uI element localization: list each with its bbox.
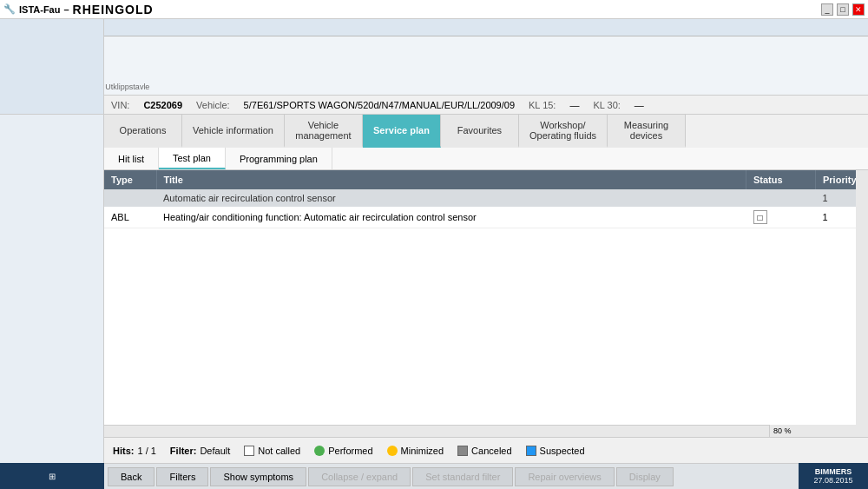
corner-line2: 27.08.2015	[813, 476, 852, 485]
action-bar: Back Filters Show symptoms Collapse / ex…	[104, 463, 868, 489]
corner-info: BIMMERS 27.08.2015	[799, 463, 868, 489]
kl30-label: KL 30:	[593, 100, 620, 110]
minimized-label: Minimized	[401, 446, 444, 456]
filter-value: Default	[200, 446, 230, 456]
clipboard-label: Utklippstavle	[105, 83, 149, 91]
kl15-label: KL 15:	[529, 100, 556, 110]
nav-tab-measuring[interactable]: Measuringdevices	[608, 115, 686, 148]
filter-info: Filter: Default	[170, 446, 230, 456]
vertical-scrollbar[interactable]	[856, 170, 868, 437]
sub-tab-test-plan[interactable]: Test plan	[159, 148, 226, 169]
ribbon-content: 📋 Lim inn ✂ Klipp ut ⧉ Kopier Velg Utkli…	[0, 36, 868, 96]
row-title: Heating/air conditioning function: Autom…	[156, 207, 746, 228]
row-status: □	[746, 207, 816, 228]
ribbon-tabs: Fil Hjem Vis	[0, 19, 868, 36]
restore-button[interactable]: □	[837, 3, 849, 16]
sidebar-nav	[0, 115, 103, 122]
hits-value: 1 / 1	[137, 446, 155, 456]
suspected-status: Suspected	[526, 446, 585, 456]
corner-line1: BIMMERS	[815, 467, 852, 476]
data-table: Type Title Status Priority Automatic air…	[104, 170, 868, 228]
title-bar-left: 🔧 ISTA-Fau – RHEINGOLD	[3, 3, 154, 17]
nav-tab-workshop[interactable]: Workshop/Operating fluids	[519, 115, 608, 148]
app-title: ISTA-Fau	[19, 4, 60, 15]
suspected-checkbox	[526, 446, 536, 456]
app-icon: 🔧	[3, 3, 16, 15]
nav-tab-favourites[interactable]: Favourites	[441, 115, 519, 148]
status-icon: □	[753, 210, 767, 224]
table-group-row: Automatic air recirculation control sens…	[104, 189, 868, 207]
filter-label: Filter:	[170, 446, 197, 456]
hits-label: Hits:	[113, 446, 134, 456]
col-header-title[interactable]: Title	[156, 170, 746, 189]
vin-bar: VIN: C252069 Vehicle: 5/7E61/SPORTS WAGO…	[104, 96, 868, 115]
nav-tab-vehicle-mgmt[interactable]: Vehiclemanagement	[285, 115, 363, 148]
set-standard-filter-button: Set standard filter	[412, 467, 513, 486]
minimized-status: Minimized	[387, 446, 444, 456]
nav-tab-service-plan[interactable]: Service plan	[363, 115, 441, 148]
suspected-label: Suspected	[540, 446, 585, 456]
canceled-checkbox	[457, 446, 468, 456]
not-called-status: Not called	[244, 446, 300, 456]
zoom-label: 80 %	[773, 426, 792, 435]
row-type: ABL	[104, 207, 156, 228]
group-status	[746, 189, 816, 207]
performed-status: Performed	[314, 446, 372, 456]
performed-dot	[314, 446, 325, 456]
close-button[interactable]: ✕	[852, 3, 865, 16]
kl15-value: —	[569, 100, 579, 110]
nav-tab-vehicle-info[interactable]: Vehicle information	[182, 115, 285, 148]
sub-tab-programming-plan[interactable]: Programming plan	[226, 148, 332, 169]
col-header-type[interactable]: Type	[104, 170, 156, 189]
collapse-expand-button: Collapse / expand	[308, 467, 411, 486]
status-bar: Hits: 1 / 1 Filter: Default Not called P…	[104, 437, 868, 463]
back-button[interactable]: Back	[108, 467, 155, 486]
canceled-label: Canceled	[471, 446, 511, 456]
filters-button[interactable]: Filters	[156, 467, 208, 486]
kl30-value: —	[635, 100, 644, 110]
group-title: Automatic air recirculation control sens…	[156, 189, 746, 207]
group-type	[104, 189, 156, 207]
table-row[interactable]: ABL Heating/air conditioning function: A…	[104, 207, 868, 228]
sub-tab-hit-list[interactable]: Hit list	[104, 148, 159, 169]
sidebar-header	[0, 19, 103, 115]
vehicle-value: 5/7E61/SPORTS WAGON/520d/N47/MANUAL/EUR/…	[244, 100, 515, 110]
canceled-status: Canceled	[457, 446, 511, 456]
show-symptoms-button[interactable]: Show symptoms	[210, 467, 306, 486]
nav-tab-operations[interactable]: Operations	[104, 115, 182, 148]
sidebar	[0, 19, 104, 489]
vin-label: VIN:	[111, 100, 129, 110]
minimized-dot	[387, 446, 398, 456]
not-called-label: Not called	[258, 446, 300, 456]
title-bar-right: _ □ ✕	[821, 3, 865, 16]
display-button: Display	[616, 467, 674, 486]
minimize-button[interactable]: _	[821, 3, 833, 16]
title-bar: 🔧 ISTA-Fau – RHEINGOLD _ □ ✕	[0, 0, 868, 19]
vin-value: C252069	[143, 100, 182, 110]
nav-tabs: Operations Vehicle information Vehiclema…	[104, 115, 868, 148]
hits-info: Hits: 1 / 1	[113, 446, 156, 456]
vehicle-label: Vehicle:	[196, 100, 230, 110]
taskbar: ⊞	[0, 463, 104, 489]
horizontal-scrollbar[interactable]	[104, 425, 856, 437]
zoom-indicator: 80 %	[769, 425, 856, 437]
main-content: Type Title Status Priority Automatic air…	[104, 170, 868, 437]
full-title: RHEINGOLD	[73, 3, 154, 17]
col-header-status[interactable]: Status	[746, 170, 816, 189]
repair-overviews-button: Repair overviews	[515, 467, 614, 486]
title-separator: –	[63, 4, 69, 15]
not-called-checkbox	[244, 446, 254, 456]
performed-label: Performed	[328, 446, 372, 456]
sub-tabs: Hit list Test plan Programming plan	[104, 148, 868, 170]
